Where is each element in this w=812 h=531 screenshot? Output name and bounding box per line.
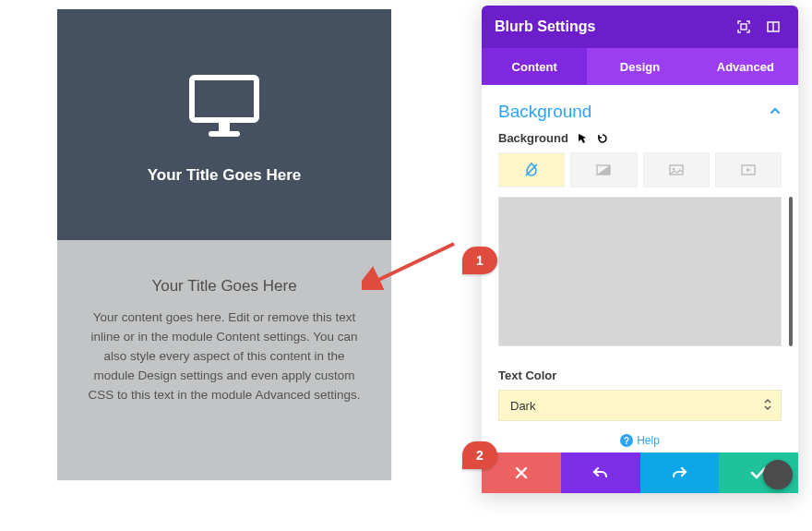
text-color-value: Dark: [510, 399, 535, 413]
undo-button[interactable]: [561, 453, 640, 493]
cancel-button[interactable]: [482, 453, 561, 493]
bg-type-gradient-button[interactable]: [570, 152, 637, 187]
help-label: Help: [637, 434, 660, 447]
background-label-text: Background: [498, 131, 568, 145]
preview-top-title[interactable]: Your Title Goes Here: [148, 166, 302, 185]
preview-bottom-text[interactable]: Your content goes here. Edit or remove t…: [83, 308, 365, 405]
preview-bottom-title[interactable]: Your Title Goes Here: [83, 277, 365, 296]
expand-snap-button[interactable]: [732, 15, 756, 39]
blurb-preview: Your Title Goes Here Your Title Goes Her…: [57, 9, 391, 480]
text-color-label: Text Color: [498, 368, 782, 382]
settings-panel: Blurb Settings Content Design Advanced B…: [482, 6, 798, 493]
chevron-up-icon: [769, 102, 782, 122]
svg-rect-1: [219, 122, 230, 131]
panel-tabs: Content Design Advanced: [482, 48, 798, 85]
section-header[interactable]: Background: [498, 98, 782, 131]
panel-action-row: [482, 453, 798, 493]
text-color-select[interactable]: Dark: [498, 390, 782, 421]
bg-type-image-button[interactable]: [643, 152, 710, 187]
background-preview-wrap: [498, 197, 782, 346]
text-color-field: Text Color Dark: [482, 356, 798, 427]
redo-button[interactable]: [640, 453, 720, 493]
tab-design[interactable]: Design: [587, 48, 692, 85]
background-field-label: Background: [498, 131, 782, 145]
section-background: Background Background: [482, 85, 798, 356]
bg-type-color-button[interactable]: [498, 152, 565, 187]
preview-bottom[interactable]: Your Title Goes Here Your content goes h…: [57, 240, 391, 480]
select-updown-icon: [764, 399, 771, 412]
cursor-icon[interactable]: [576, 132, 589, 145]
tab-content[interactable]: Content: [482, 48, 587, 85]
tab-advanced[interactable]: Advanced: [693, 48, 798, 85]
svg-rect-0: [192, 78, 257, 120]
help-link[interactable]: ? Help: [482, 427, 798, 453]
reset-icon[interactable]: [596, 132, 609, 145]
monitor-icon: [188, 74, 260, 139]
background-type-row: [498, 152, 782, 187]
text-color-label-text: Text Color: [498, 368, 556, 382]
collapse-handle[interactable]: [763, 460, 793, 489]
background-color-preview[interactable]: [498, 197, 782, 346]
svg-point-10: [672, 168, 675, 171]
panel-scrollbar[interactable]: [789, 197, 793, 346]
bg-type-video-button[interactable]: [715, 152, 782, 187]
panel-header: Blurb Settings: [482, 6, 798, 48]
panel-title: Blurb Settings: [495, 18, 732, 35]
expand-modal-button[interactable]: [761, 15, 785, 39]
svg-rect-2: [209, 131, 240, 137]
section-title: Background: [498, 102, 591, 122]
help-icon: ?: [620, 434, 633, 447]
svg-rect-4: [741, 24, 746, 30]
preview-top[interactable]: Your Title Goes Here: [57, 9, 391, 240]
